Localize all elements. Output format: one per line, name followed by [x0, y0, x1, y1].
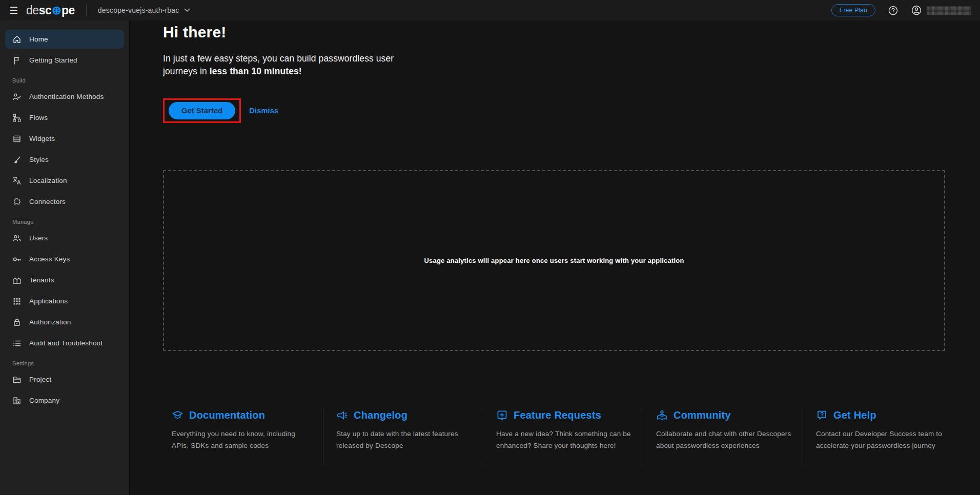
lock-icon	[12, 318, 22, 327]
sidebar-item-label: Widgets	[29, 135, 55, 142]
descope-logo[interactable]: desc⊛pe	[26, 4, 75, 17]
footer-col-documentation: Documentation Everything you need to kno…	[163, 408, 323, 465]
sidebar-item-styles[interactable]: Styles	[5, 150, 124, 169]
subtitle-bold-text: less than 10 minutes!	[210, 66, 302, 76]
puzzle-icon	[12, 197, 22, 207]
sidebar-item-access-keys[interactable]: Access Keys	[5, 250, 124, 269]
sidebar-item-label: Authorization	[29, 318, 71, 326]
sidebar-item-flows[interactable]: Flows	[5, 108, 124, 127]
page-title: Hi there!	[163, 24, 963, 41]
dismiss-link[interactable]: Dismiss	[249, 107, 278, 115]
sidebar-item-users[interactable]: Users	[5, 229, 124, 248]
sidebar-item-label: Users	[29, 234, 48, 242]
sidebar-item-company[interactable]: Company	[5, 391, 124, 410]
sidebar-item-label: Styles	[29, 156, 49, 163]
footer-link-title: Changelog	[354, 409, 407, 421]
analytics-placeholder-text: Usage analytics will appear here once us…	[424, 257, 684, 264]
footer-link-description: Stay up to date with the latest features…	[336, 428, 474, 452]
sidebar-section-manage: Manage	[12, 219, 124, 225]
person-check-icon	[12, 92, 22, 101]
project-selector[interactable]: descope-vuejs-auth-rbac	[98, 6, 190, 14]
office-building-icon	[12, 396, 22, 405]
sidebar-item-connectors[interactable]: Connectors	[5, 192, 124, 211]
footer-col-changelog: Changelog Stay up to date with the lates…	[323, 408, 483, 465]
resource-links-row: Documentation Everything you need to kno…	[163, 408, 963, 465]
brush-icon	[12, 155, 22, 164]
annotation-red-rectangle: Get Started	[163, 98, 241, 123]
flag-icon	[12, 56, 22, 65]
home-icon	[12, 35, 22, 44]
sidebar-section-build: Build	[12, 77, 124, 84]
footer-col-community: Community Collaborate and chat with othe…	[643, 408, 803, 465]
descope-o-mark-icon: ⊛	[51, 4, 62, 17]
footer-link-title: Get Help	[833, 409, 876, 421]
documentation-link[interactable]: Documentation	[172, 409, 314, 421]
rows-icon	[12, 134, 22, 143]
sidebar-item-widgets[interactable]: Widgets	[5, 129, 124, 148]
school-icon	[172, 409, 183, 421]
top-bar: ☰ desc⊛pe descope-vuejs-auth-rbac Free P…	[0, 0, 980, 20]
community-icon	[656, 409, 668, 421]
sidebar-item-label: Company	[29, 397, 59, 404]
sidebar-section-settings: Settings	[12, 360, 124, 366]
footer-col-feature-requests: Feature Requests Have a new idea? Think …	[483, 408, 643, 465]
project-name: descope-vuejs-auth-rbac	[98, 6, 179, 14]
tenant-house-icon	[12, 276, 22, 285]
help-chat-icon	[816, 409, 828, 421]
sidebar-item-label: Home	[29, 35, 48, 43]
add-box-icon	[496, 409, 508, 421]
sidebar-item-authentication-methods[interactable]: Authentication Methods	[5, 87, 124, 106]
sidebar-item-tenants[interactable]: Tenants	[5, 271, 124, 290]
feature-requests-link[interactable]: Feature Requests	[496, 409, 634, 421]
sidebar-item-label: Localization	[29, 177, 67, 184]
community-link[interactable]: Community	[656, 409, 793, 421]
sidebar-item-label: Connectors	[29, 198, 66, 205]
account-menu[interactable]	[911, 5, 971, 16]
account-username-redacted	[927, 6, 971, 15]
chevron-down-icon	[184, 8, 190, 12]
schema-icon	[12, 113, 22, 122]
sidebar-item-label: Getting Started	[29, 56, 77, 64]
footer-link-description: Everything you need to know, including A…	[172, 428, 314, 452]
account-circle-icon	[911, 5, 922, 16]
sidebar-item-applications[interactable]: Applications	[5, 292, 124, 311]
footer-col-get-help: Get Help Contact our Developer Success t…	[803, 408, 963, 465]
footer-link-description: Have a new idea? Think something can be …	[496, 428, 634, 452]
sidebar-item-project[interactable]: Project	[5, 370, 124, 389]
sidebar-item-label: Access Keys	[29, 255, 70, 263]
sidebar-item-getting-started[interactable]: Getting Started	[5, 51, 124, 70]
sidebar-item-label: Flows	[29, 114, 48, 121]
logo-text: de	[26, 4, 39, 17]
hamburger-menu-icon[interactable]: ☰	[9, 6, 18, 15]
list-icon	[12, 339, 22, 348]
main-content: Hi there! In just a few easy steps, you …	[130, 0, 980, 465]
changelog-link[interactable]: Changelog	[336, 409, 474, 421]
folder-icon	[12, 375, 22, 384]
sidebar-item-localization[interactable]: Localization	[5, 171, 124, 190]
free-plan-badge[interactable]: Free Plan	[831, 4, 875, 16]
key-icon	[12, 255, 22, 264]
footer-link-description: Contact our Developer Success team to ac…	[816, 428, 953, 452]
sidebar-item-label: Tenants	[29, 276, 54, 284]
usage-analytics-placeholder-panel: Usage analytics will appear here once us…	[163, 170, 945, 351]
translate-icon	[12, 176, 22, 185]
footer-link-title: Documentation	[189, 409, 265, 421]
grid-icon	[12, 297, 22, 306]
sidebar-item-label: Audit and Troubleshoot	[29, 339, 103, 347]
get-started-button[interactable]: Get Started	[169, 102, 235, 119]
cta-row: Get Started Dismiss	[163, 98, 963, 123]
welcome-subtitle: In just a few easy steps, you can build …	[163, 52, 399, 78]
sidebar-item-label: Project	[29, 376, 51, 383]
get-help-link[interactable]: Get Help	[816, 409, 953, 421]
footer-link-title: Feature Requests	[514, 409, 601, 421]
sidebar-item-home[interactable]: Home	[5, 30, 124, 49]
sidebar: Home Getting Started Build Authenticatio…	[0, 20, 130, 495]
topbar-divider	[86, 5, 87, 16]
sidebar-item-audit-and-troubleshoot[interactable]: Audit and Troubleshoot	[5, 334, 124, 353]
sidebar-item-label: Applications	[29, 297, 68, 305]
sidebar-item-label: Authentication Methods	[29, 93, 104, 100]
users-icon	[12, 234, 22, 243]
sidebar-item-authorization[interactable]: Authorization	[5, 313, 124, 332]
help-icon[interactable]	[888, 5, 899, 16]
footer-link-title: Community	[673, 409, 731, 421]
